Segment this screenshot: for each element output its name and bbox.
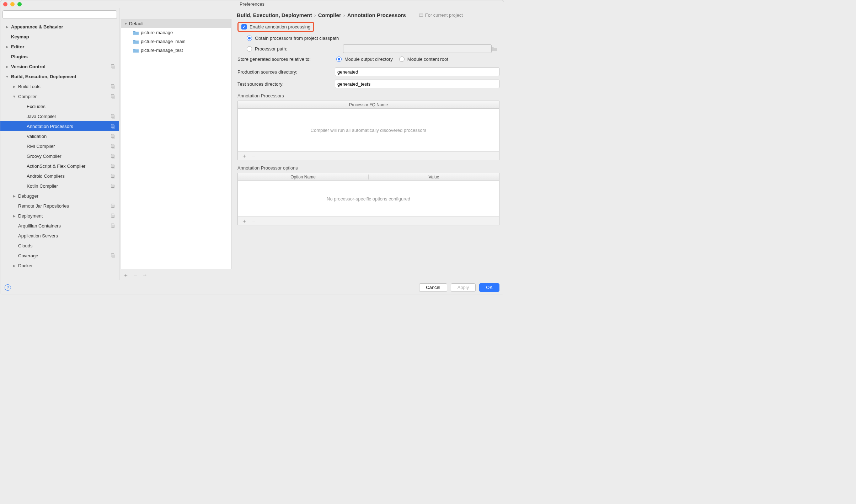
svg-rect-9: [112, 115, 115, 119]
main-panel: Build, Execution, Deployment › Compiler …: [233, 8, 504, 280]
module-picture-manage_main[interactable]: picture-manage_main: [121, 37, 231, 46]
sidebar-item-label: Clouds: [18, 243, 116, 248]
sidebar-item-android-compilers[interactable]: Android Compilers: [0, 171, 119, 181]
checkbox-icon: [241, 24, 247, 30]
sidebar-item-arquillian-containers[interactable]: Arquillian Containers: [0, 221, 119, 231]
profile-default[interactable]: ▼ Default: [121, 19, 231, 28]
svg-rect-13: [112, 135, 115, 139]
sidebar-item-version-control[interactable]: ▶Version Control: [0, 61, 119, 71]
profiles-panel: ▼ Default picture-managepicture-manage_m…: [119, 8, 233, 280]
chevron-right-icon: ▶: [12, 214, 17, 218]
sidebar-item-editor[interactable]: ▶Editor: [0, 42, 119, 52]
sidebar-item-label: Remote Jar Repositories: [18, 203, 111, 209]
module-label: picture-manage: [141, 30, 173, 35]
settings-tree[interactable]: ▶Appearance & BehaviorKeymap▶EditorPlugi…: [0, 21, 119, 280]
svg-rect-15: [112, 145, 115, 149]
svg-rect-36: [419, 14, 423, 14]
enable-annotation-checkbox[interactable]: Enable annotation processing: [237, 22, 314, 32]
sidebar-item-docker[interactable]: ▶Docker: [0, 261, 119, 270]
sidebar-item-compiler[interactable]: ▼Compiler: [0, 91, 119, 101]
svg-rect-7: [112, 95, 115, 99]
sidebar-item-deployment[interactable]: ▶Deployment: [0, 211, 119, 221]
remove-button[interactable]: −: [134, 272, 137, 278]
module-output-radio[interactable]: [336, 57, 342, 62]
sidebar-item-label: Version Control: [11, 64, 111, 69]
chevron-right-icon: ▶: [5, 45, 10, 49]
sidebar-item-label: Application Servers: [18, 233, 116, 238]
sidebar-item-label: Keymap: [11, 34, 116, 39]
svg-rect-17: [112, 155, 115, 159]
sidebar-item-build-execution-deployment[interactable]: ▼Build, Execution, Deployment: [0, 71, 119, 81]
processor-path-radio[interactable]: [247, 46, 252, 52]
module-picture-manage[interactable]: picture-manage: [121, 28, 231, 37]
sidebar-item-coverage[interactable]: Coverage: [0, 251, 119, 261]
cancel-button[interactable]: Cancel: [419, 283, 447, 292]
remove-processor-button: −: [252, 153, 255, 159]
sidebar-item-kotlin-compiler[interactable]: Kotlin Compiler: [0, 181, 119, 191]
svg-rect-11: [112, 125, 115, 129]
sidebar-item-actionscript-flex-compiler[interactable]: ActionScript & Flex Compiler: [0, 161, 119, 171]
chevron-down-icon: ▼: [5, 75, 10, 79]
profile-tree[interactable]: ▼ Default picture-managepicture-manage_m…: [121, 19, 231, 269]
chevron-right-icon: ▶: [12, 194, 17, 198]
sidebar-item-groovy-compiler[interactable]: Groovy Compiler: [0, 151, 119, 161]
options-table: Option Name Value No processor-specific …: [237, 173, 499, 225]
browse-icon: [492, 47, 499, 51]
remove-option-button: −: [252, 218, 255, 224]
sidebar-item-plugins[interactable]: Plugins: [0, 52, 119, 61]
add-processor-button[interactable]: ＋: [241, 153, 247, 159]
sidebar-item-appearance-behavior[interactable]: ▶Appearance & Behavior: [0, 22, 119, 32]
sidebar-item-label: Compiler: [18, 94, 111, 99]
svg-rect-5: [112, 85, 115, 89]
zoom-icon[interactable]: [17, 2, 22, 6]
chevron-down-icon: ▼: [124, 22, 129, 26]
help-icon[interactable]: ?: [5, 284, 11, 291]
sidebar-item-build-tools[interactable]: ▶Build Tools: [0, 81, 119, 91]
module-label: picture-manage_test: [141, 48, 183, 53]
sidebar-item-debugger[interactable]: ▶Debugger: [0, 191, 119, 201]
test-sources-input[interactable]: [335, 80, 499, 88]
sidebar-item-application-servers[interactable]: Application Servers: [0, 231, 119, 241]
sidebar-item-keymap[interactable]: Keymap: [0, 32, 119, 42]
add-button[interactable]: ＋: [123, 272, 129, 278]
section-processor-options: Annotation Processor options: [237, 165, 499, 171]
project-icon: [419, 13, 423, 17]
sidebar-item-validation[interactable]: Validation: [0, 131, 119, 141]
close-icon[interactable]: [3, 2, 7, 6]
svg-rect-19: [112, 165, 115, 168]
sidebar-item-label: Excludes: [27, 104, 116, 109]
module-content-radio[interactable]: [399, 57, 405, 62]
titlebar: Preferences: [0, 0, 504, 8]
sidebar-item-label: RMI Compiler: [27, 144, 111, 149]
module-picture-manage_test[interactable]: picture-manage_test: [121, 46, 231, 55]
minimize-icon[interactable]: [10, 2, 15, 6]
sidebar-item-clouds[interactable]: Clouds: [0, 241, 119, 251]
breadcrumb: Build, Execution, Deployment › Compiler …: [237, 10, 500, 20]
prod-sources-input[interactable]: [335, 68, 499, 76]
sidebar-item-annotation-processors[interactable]: Annotation Processors: [0, 121, 119, 131]
processor-path-input: [343, 44, 492, 53]
chevron-right-icon: ▶: [5, 25, 10, 29]
move-button: →: [142, 272, 148, 278]
add-option-button[interactable]: ＋: [241, 218, 247, 224]
search-input[interactable]: [2, 10, 117, 19]
sidebar-item-label: Build, Execution, Deployment: [11, 74, 116, 79]
sidebar-item-label: Android Compilers: [27, 173, 111, 179]
options-empty-text: No processor-specific options configured: [238, 181, 499, 216]
svg-rect-25: [112, 205, 115, 208]
obtain-classpath-radio[interactable]: [247, 36, 252, 41]
sidebar-item-rmi-compiler[interactable]: RMI Compiler: [0, 141, 119, 151]
window-title: Preferences: [240, 1, 264, 7]
sidebar-item-label: Build Tools: [18, 84, 111, 89]
sidebar-item-excludes[interactable]: Excludes: [0, 101, 119, 111]
dialog-footer: ? Cancel Apply OK: [0, 280, 504, 295]
sidebar-item-label: ActionScript & Flex Compiler: [27, 163, 111, 169]
sidebar-item-remote-jar-repositories[interactable]: Remote Jar Repositories: [0, 201, 119, 211]
sidebar-item-java-compiler[interactable]: Java Compiler: [0, 111, 119, 121]
ok-button[interactable]: OK: [479, 283, 499, 292]
sidebar-item-label: Deployment: [18, 213, 111, 219]
apply-button: Apply: [451, 283, 476, 292]
svg-rect-27: [112, 215, 115, 218]
settings-sidebar: ▶Appearance & BehaviorKeymap▶EditorPlugi…: [0, 8, 119, 280]
sidebar-item-label: Debugger: [18, 193, 116, 199]
